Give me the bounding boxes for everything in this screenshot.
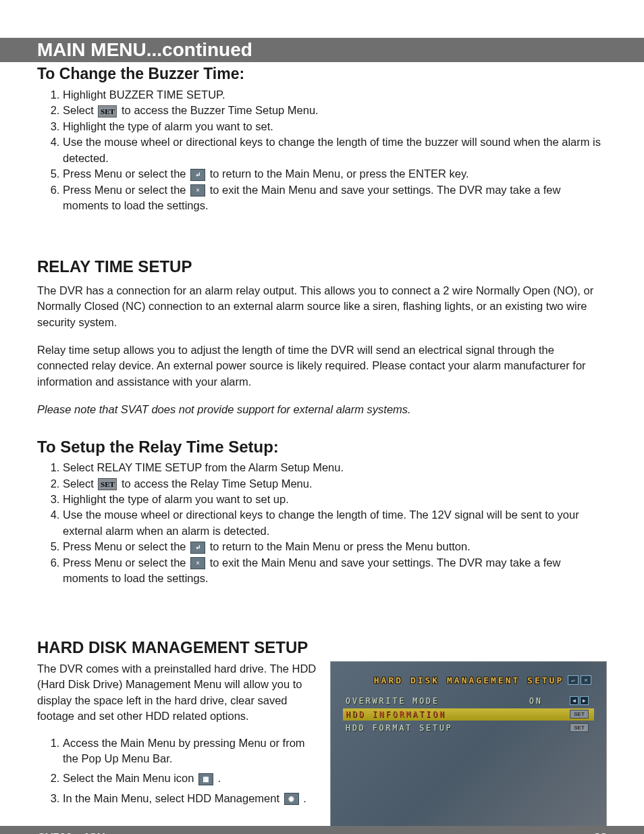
relay-para2: Relay time setup allows you to adjust th…	[37, 342, 607, 390]
section-relay-title: RELAY TIME SETUP	[37, 258, 607, 276]
dvr-row-value: ON	[529, 696, 570, 706]
close-icon: ×	[190, 184, 205, 197]
list-item: Press Menu or select the × to exit the M…	[63, 555, 607, 587]
page-header-bar: MAIN MENU...continued	[0, 38, 644, 62]
dvr-arrow-right[interactable]: ▶	[580, 696, 589, 705]
page-header-title: MAIN MENU...continued	[0, 39, 252, 60]
list-item: Select RELAY TIME SETUP from the Alarm S…	[63, 460, 607, 475]
list-item: Select SET to access the Relay Time Setu…	[63, 476, 607, 492]
list-item: Use the mouse wheel or directional keys …	[63, 134, 607, 166]
dvr-row-hdd-format[interactable]: HDD FORMAT SETUP SET	[343, 722, 594, 734]
hdd-management-icon: ◉	[284, 793, 299, 805]
section-relay-setup-title: To Setup the Relay Time Setup:	[37, 438, 607, 456]
dvr-title: HARD DISK MANAGEMENT SETUP	[370, 675, 568, 685]
list-item: Press Menu or select the ↵ to return to …	[63, 539, 607, 554]
list-item: Press Menu or select the ↵ to return to …	[63, 166, 607, 182]
close-icon: ×	[190, 557, 205, 569]
page-footer: CV500 - 4CH 28	[0, 826, 644, 834]
list-item: Select SET to access the Buzzer Time Set…	[63, 103, 607, 118]
dvr-row-label: OVERWRITE MODE	[346, 696, 529, 706]
dvr-back-button[interactable]: ↵	[568, 675, 579, 685]
return-icon: ↵	[190, 542, 205, 554]
dvr-arrow-left[interactable]: ◀	[570, 696, 579, 705]
return-icon: ↵	[190, 169, 205, 181]
dvr-set-button[interactable]: SET	[570, 723, 589, 732]
list-item: Highlight the type of alarm you want to …	[63, 492, 607, 507]
relay-note: Please note that SVAT does not provide s…	[37, 402, 607, 417]
list-item: Use the mouse wheel or directional keys …	[63, 507, 607, 539]
footer-page-number: 28	[594, 831, 607, 834]
list-item: Highlight BUZZER TIME SETUP.	[63, 87, 607, 103]
dvr-screenshot: HARD DISK MANAGEMENT SETUP ↵ × OVERWRITE…	[330, 661, 607, 834]
set-icon: SET	[98, 105, 117, 118]
footer-model: CV500 - 4CH	[37, 831, 105, 834]
list-item: Access the Main Menu by pressing Menu or…	[63, 735, 317, 767]
section-buzzer-title: To Change the Buzzer Time:	[37, 65, 607, 83]
relay-para1: The DVR has a connection for an alarm re…	[37, 283, 607, 330]
dvr-row-hdd-info[interactable]: HDD INFORMATION SET	[343, 708, 594, 721]
dvr-close-button[interactable]: ×	[581, 675, 591, 685]
list-item: Press Menu or select the × to exit the M…	[63, 182, 607, 214]
hdd-intro: The DVR comes with a preinstalled hard d…	[37, 661, 317, 725]
dvr-row-label: HDD INFORMATION	[346, 710, 529, 719]
dvr-row-label: HDD FORMAT SETUP	[346, 723, 529, 733]
list-item: Select the Main Menu icon ▦ .	[63, 771, 317, 786]
main-menu-icon: ▦	[198, 773, 213, 785]
relay-steps-list: Select RELAY TIME SETUP from the Alarm S…	[63, 460, 607, 586]
hdd-steps-list: Access the Main Menu by pressing Menu or…	[63, 735, 317, 807]
section-hdd-title: HARD DISK MANAGEMENT SETUP	[37, 639, 607, 656]
list-item: In the Main Menu, select HDD Management …	[63, 791, 317, 806]
dvr-row-overwrite: OVERWRITE MODE ON ◀ ▶	[343, 695, 594, 707]
buzzer-steps-list: Highlight BUZZER TIME SETUP. Select SET …	[63, 87, 607, 213]
set-icon: SET	[98, 478, 117, 490]
list-item: Highlight the type of alarm you want to …	[63, 119, 607, 134]
dvr-set-button[interactable]: SET	[570, 710, 589, 719]
